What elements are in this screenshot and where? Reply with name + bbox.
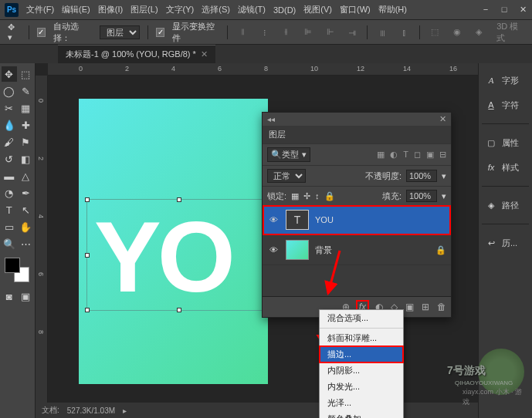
ruler-vertical[interactable]: 0 2 4 6 8 — [36, 76, 48, 418]
quickmask-tool[interactable]: ◙ — [2, 288, 17, 304]
panel-close-icon[interactable]: ✕ — [439, 114, 446, 124]
menu-view[interactable]: 视图(V) — [303, 4, 332, 15]
show-transform-checkbox[interactable] — [156, 28, 164, 37]
align-bottom-icon[interactable]: ⫵ — [280, 25, 293, 40]
dodge-tool[interactable]: ◔ — [2, 185, 17, 201]
auto-select-checkbox[interactable] — [37, 28, 46, 37]
menu-image[interactable]: 图像(I) — [98, 4, 123, 15]
history-panel-tab[interactable]: ↩历... — [482, 234, 529, 252]
eyedropper-tool[interactable]: 💧 — [2, 117, 17, 133]
menu-file[interactable]: 文件(F) — [26, 4, 54, 15]
panel-tab[interactable]: 图层 — [263, 126, 451, 143]
3d-icon2[interactable]: ◉ — [449, 25, 463, 40]
group-icon[interactable]: ▣ — [405, 302, 414, 312]
align-left-icon[interactable]: ⊫ — [301, 25, 315, 40]
transform-handle[interactable] — [177, 308, 181, 312]
menu-window[interactable]: 窗口(W) — [340, 4, 371, 15]
layer-thumbnail[interactable]: T — [286, 210, 309, 230]
eraser-tool[interactable]: ◧ — [19, 151, 34, 167]
menu-type[interactable]: 文字(Y) — [166, 4, 195, 15]
filter-shape-icon[interactable]: ◻ — [414, 150, 421, 160]
align-top-icon[interactable]: ⫴ — [236, 25, 249, 40]
align-vcenter-icon[interactable]: ⫶ — [257, 25, 271, 40]
opacity-input[interactable] — [406, 170, 437, 182]
color-swatches[interactable] — [5, 258, 29, 282]
visibility-toggle-icon[interactable]: 👁 — [267, 215, 280, 224]
clone-tool[interactable]: ⚑ — [19, 134, 34, 150]
character-panel-tab[interactable]: A字符 — [482, 96, 529, 114]
layer-item-background[interactable]: 👁 背景 🔒 — [263, 235, 451, 265]
layer-name[interactable]: 背景 — [315, 244, 429, 256]
foreground-color[interactable] — [5, 258, 20, 273]
move-tool[interactable]: ✥ — [2, 66, 17, 82]
filter-pixel-icon[interactable]: ▦ — [377, 150, 385, 160]
styles-panel-tab[interactable]: fx样式 — [482, 158, 529, 177]
align-right-icon[interactable]: ⫣ — [345, 25, 359, 40]
collapse-icon[interactable]: ◂◂ — [267, 115, 275, 123]
new-layer-icon[interactable]: ⊞ — [422, 302, 429, 312]
filter-adjustment-icon[interactable]: ◐ — [390, 150, 398, 160]
zoom-tool[interactable]: 🔍 — [2, 236, 17, 251]
fx-bevel-emboss[interactable]: 斜面和浮雕... — [320, 330, 403, 346]
healing-tool[interactable]: ✚ — [19, 117, 34, 133]
lock-position-icon[interactable]: ✢ — [303, 191, 310, 201]
visibility-toggle-icon[interactable]: 👁 — [267, 245, 280, 255]
distribute-icon2[interactable]: ⫿ — [398, 25, 412, 40]
menu-help[interactable]: 帮助(H) — [378, 4, 407, 15]
move-tool-icon[interactable]: ✥ ▾ — [8, 22, 21, 42]
lasso-tool[interactable]: ◯ — [2, 83, 17, 99]
marquee-tool[interactable]: ⬚ — [19, 66, 34, 82]
edit-toolbar[interactable]: ⋯ — [19, 236, 34, 251]
blur-tool[interactable]: △ — [19, 168, 34, 184]
rectangle-tool[interactable]: ▭ — [2, 219, 17, 234]
fx-color-overlay[interactable]: 颜色叠加... — [320, 411, 403, 418]
screenmode-tool[interactable]: ▣ — [19, 288, 34, 304]
brush-tool[interactable]: 🖌 — [2, 134, 17, 150]
delete-layer-icon[interactable]: 🗑 — [437, 302, 446, 312]
layer-item-text[interactable]: 👁 T YOU — [263, 205, 451, 235]
properties-panel-tab[interactable]: ▢属性 — [482, 133, 529, 152]
panel-header[interactable]: ◂◂ ✕ — [263, 113, 451, 126]
fx-blending-options[interactable]: 混合选项... — [320, 310, 403, 326]
lock-all-icon[interactable]: 🔒 — [324, 191, 335, 201]
gradient-tool[interactable]: ▬ — [2, 168, 17, 184]
filter-type-icon[interactable]: T — [403, 150, 408, 160]
filter-smart-icon[interactable]: ▣ — [426, 150, 434, 160]
chevron-down-icon[interactable]: ▾ — [442, 171, 446, 181]
layer-thumbnail[interactable] — [286, 240, 309, 260]
ruler-horizontal[interactable]: 0 2 4 6 8 10 12 14 16 — [48, 63, 478, 76]
distribute-icon[interactable]: ⫼ — [375, 25, 389, 40]
layer-name[interactable]: YOU — [315, 215, 446, 224]
fx-satin[interactable]: 光泽... — [320, 395, 403, 411]
transform-handle[interactable] — [85, 308, 90, 312]
blend-mode-dropdown[interactable]: 正常 — [267, 169, 306, 183]
transform-handle[interactable] — [85, 197, 90, 202]
hand-tool[interactable]: ✋ — [19, 219, 34, 234]
chevron-down-icon[interactable]: ▾ — [442, 191, 446, 201]
quick-select-tool[interactable]: ✎ — [19, 83, 34, 99]
minimize-icon[interactable]: − — [481, 5, 490, 15]
maximize-icon[interactable]: □ — [500, 5, 509, 15]
menu-layer[interactable]: 图层(L) — [130, 4, 158, 15]
glyphs-panel-tab[interactable]: A字形 — [482, 71, 529, 89]
type-tool[interactable]: T — [2, 202, 17, 217]
lock-pixels-icon[interactable]: ▦ — [291, 191, 299, 201]
transform-bounding-box[interactable] — [86, 199, 272, 311]
3d-icon[interactable]: ⬚ — [428, 25, 442, 40]
layer-kind-filter[interactable]: 🔍 类型 ▾ — [267, 147, 310, 162]
lock-icon[interactable]: 🔒 — [435, 245, 446, 255]
auto-select-dropdown[interactable]: 图层 — [100, 25, 140, 39]
menu-edit[interactable]: 编辑(E) — [62, 4, 90, 15]
fill-input[interactable] — [406, 190, 437, 202]
fx-inner-shadow[interactable]: 内阴影... — [320, 362, 403, 379]
crop-tool[interactable]: ✂ — [2, 100, 17, 116]
document-tab[interactable]: 未标题-1 @ 100% (YOU, RGB/8) * ✕ — [58, 45, 215, 63]
status-more-icon[interactable]: ▸ — [123, 406, 127, 415]
transform-handle[interactable] — [177, 197, 181, 202]
fx-inner-glow[interactable]: 内发光... — [320, 379, 403, 395]
menu-select[interactable]: 选择(S) — [202, 4, 230, 15]
history-brush-tool[interactable]: ↺ — [2, 151, 17, 167]
canvas[interactable]: YO — [79, 99, 268, 384]
menu-3d[interactable]: 3D(D) — [273, 5, 296, 15]
close-icon[interactable]: ✕ — [518, 5, 527, 15]
